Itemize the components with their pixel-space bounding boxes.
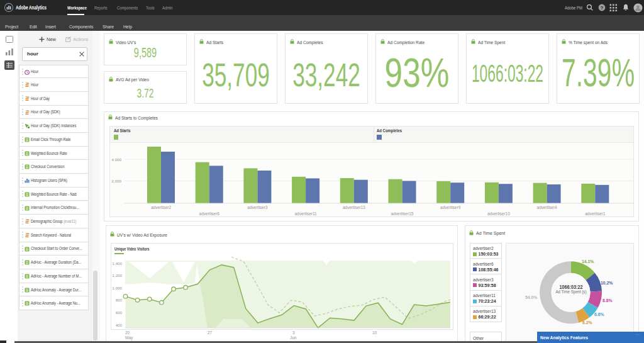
svg-text:?: ? [601,5,604,11]
